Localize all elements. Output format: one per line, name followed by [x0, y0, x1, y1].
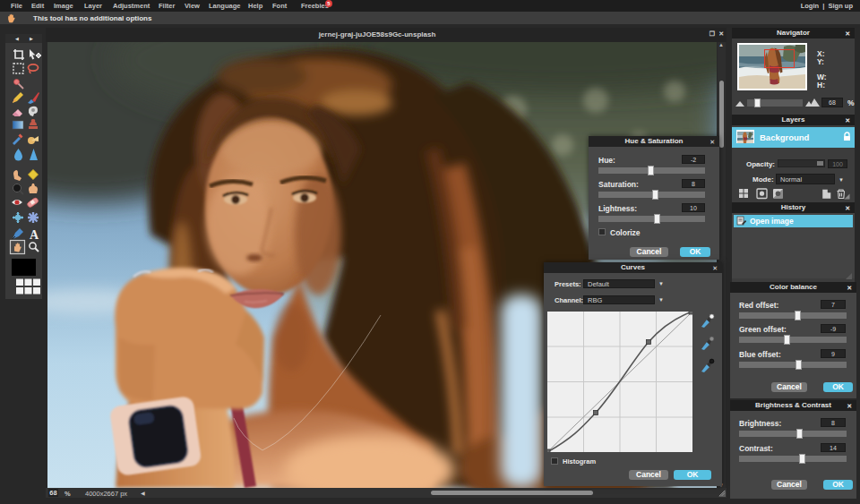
- svg-text:A: A: [30, 228, 39, 242]
